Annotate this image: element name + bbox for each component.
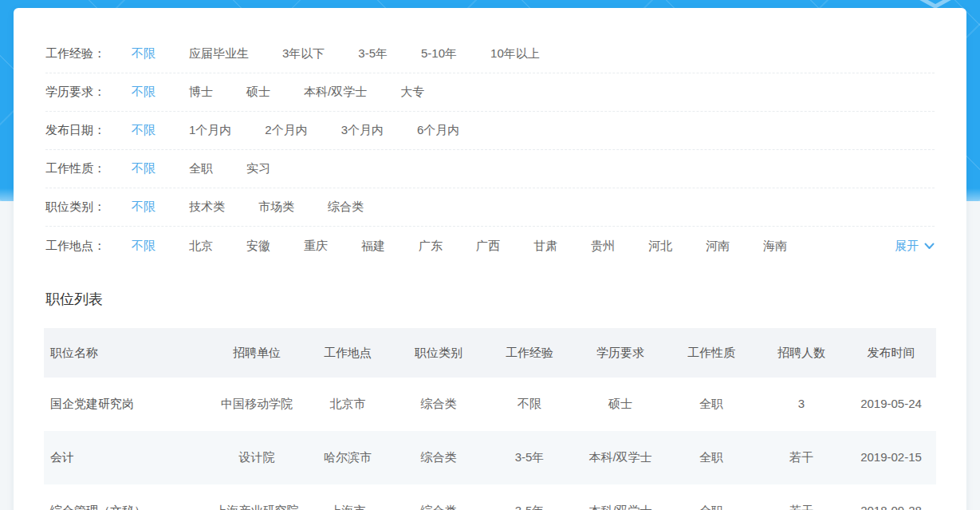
filter-option[interactable]: 3个月内 — [341, 123, 384, 138]
filter-option[interactable]: 综合类 — [328, 200, 364, 215]
cell-category: 综合类 — [393, 484, 484, 510]
cell-education: 硕士 — [575, 378, 666, 431]
expand-link[interactable]: 展开 — [895, 239, 935, 254]
cell-headcount: 若干 — [757, 431, 846, 484]
cell-publish-time: 2018-09-28 — [846, 484, 936, 510]
chevron-down-icon — [924, 243, 935, 250]
filter-option[interactable]: 不限 — [132, 200, 155, 215]
cell-location: 哈尔滨市 — [302, 431, 393, 484]
cell-employer: 中国移动学院 — [211, 378, 302, 431]
filter-options: 不限 博士 硕士 本科/双学士 大专 — [132, 85, 424, 100]
filter-row-education: 学历要求： 不限 博士 硕士 本科/双学士 大专 — [45, 73, 935, 112]
filter-option[interactable]: 技术类 — [189, 200, 225, 215]
filter-option[interactable]: 广东 — [419, 239, 443, 254]
filter-option[interactable]: 不限 — [132, 239, 155, 254]
job-list-title: 职位列表 — [45, 290, 966, 309]
column-header-publish-time: 发布时间 — [846, 328, 936, 378]
column-header-education: 学历要求 — [575, 328, 666, 378]
filter-option[interactable]: 5-10年 — [421, 46, 457, 61]
filter-option[interactable]: 硕士 — [246, 85, 270, 100]
cell-category: 综合类 — [393, 431, 484, 484]
job-table: 职位名称 招聘单位 工作地点 职位类别 工作经验 学历要求 工作性质 招聘人数 … — [44, 328, 936, 510]
filter-option[interactable]: 不限 — [132, 123, 155, 138]
filter-row-job-category: 职位类别： 不限 技术类 市场类 综合类 — [45, 188, 935, 227]
filter-option[interactable]: 3-5年 — [358, 46, 388, 61]
cell-headcount: 3 — [757, 378, 846, 431]
filter-option[interactable]: 贵州 — [591, 239, 615, 254]
filter-option[interactable]: 2个月内 — [265, 123, 307, 138]
filter-options: 不限 应届毕业生 3年以下 3-5年 5-10年 10年以上 — [132, 46, 540, 61]
table-row[interactable]: 综合管理（文秘） 上海产业研究院 上海市 综合类 3-5年 本科/双学士 全职 … — [44, 484, 936, 510]
table-row[interactable]: 会计 设计院 哈尔滨市 综合类 3-5年 本科/双学士 全职 若干 2019-0… — [44, 431, 936, 484]
column-header-location: 工作地点 — [302, 328, 393, 378]
filter-row-work-location: 工作地点： 不限 北京 安徽 重庆 福建 广东 广西 甘肃 贵州 河北 河南 海… — [45, 227, 935, 266]
cell-publish-time: 2019-02-15 — [846, 431, 936, 484]
cell-category: 综合类 — [393, 378, 484, 431]
column-header-headcount: 招聘人数 — [757, 328, 846, 378]
filter-options: 不限 北京 安徽 重庆 福建 广东 广西 甘肃 贵州 河北 河南 海南 — [132, 239, 787, 254]
column-header-experience: 工作经验 — [484, 328, 575, 378]
column-header-nature: 工作性质 — [666, 328, 757, 378]
filter-row-publish-date: 发布日期： 不限 1个月内 2个月内 3个月内 6个月内 — [45, 112, 935, 150]
filter-options: 不限 1个月内 2个月内 3个月内 6个月内 — [132, 123, 459, 138]
table-header-row: 职位名称 招聘单位 工作地点 职位类别 工作经验 学历要求 工作性质 招聘人数 … — [44, 328, 936, 378]
filter-option[interactable]: 重庆 — [304, 239, 328, 254]
filter-label: 工作经验： — [45, 46, 132, 61]
filter-label: 工作地点： — [45, 239, 132, 254]
cell-employer: 设计院 — [211, 431, 302, 484]
cell-headcount: 若干 — [757, 484, 846, 510]
filter-option[interactable]: 河南 — [706, 239, 730, 254]
filter-option[interactable]: 不限 — [132, 161, 155, 176]
filter-option[interactable]: 1个月内 — [189, 123, 231, 138]
filter-option[interactable]: 不限 — [132, 85, 155, 100]
filter-option[interactable]: 实习 — [246, 161, 270, 176]
cell-location: 上海市 — [302, 484, 393, 510]
filter-panel: 工作经验： 不限 应届毕业生 3年以下 3-5年 5-10年 10年以上 学历要… — [14, 8, 966, 266]
cell-nature: 全职 — [666, 484, 757, 510]
cell-education: 本科/双学士 — [575, 431, 666, 484]
cell-education: 本科/双学士 — [575, 484, 666, 510]
filter-option[interactable]: 应届毕业生 — [189, 46, 249, 61]
filter-option[interactable]: 海南 — [763, 239, 787, 254]
filter-option[interactable]: 北京 — [189, 239, 213, 254]
cell-nature: 全职 — [666, 378, 757, 431]
filter-row-work-experience: 工作经验： 不限 应届毕业生 3年以下 3-5年 5-10年 10年以上 — [45, 35, 935, 73]
cell-job-title: 综合管理（文秘） — [44, 484, 211, 510]
column-header-category: 职位类别 — [393, 328, 484, 378]
filter-option[interactable]: 安徽 — [246, 239, 270, 254]
filter-option[interactable]: 10年以上 — [490, 46, 540, 61]
cell-employer: 上海产业研究院 — [211, 484, 302, 510]
filter-label: 学历要求： — [45, 85, 132, 100]
cell-job-title: 国企党建研究岗 — [44, 378, 211, 431]
table-row[interactable]: 国企党建研究岗 中国移动学院 北京市 综合类 不限 硕士 全职 3 2019-0… — [44, 378, 936, 431]
column-header-employer: 招聘单位 — [211, 328, 302, 378]
filter-label: 职位类别： — [45, 200, 132, 215]
filter-option[interactable]: 市场类 — [258, 200, 294, 215]
filter-option[interactable]: 6个月内 — [417, 123, 459, 138]
filter-options: 不限 技术类 市场类 综合类 — [132, 200, 364, 215]
filter-option[interactable]: 本科/双学士 — [304, 85, 367, 100]
filter-option[interactable]: 大专 — [400, 85, 424, 100]
filter-option[interactable]: 3年以下 — [282, 46, 325, 61]
filter-label: 工作性质： — [45, 161, 132, 176]
filter-options: 不限 全职 实习 — [132, 161, 270, 176]
cell-experience: 3-5年 — [484, 431, 575, 484]
filter-option[interactable]: 河北 — [648, 239, 672, 254]
filter-option[interactable]: 全职 — [189, 161, 213, 176]
cell-location: 北京市 — [302, 378, 393, 431]
filter-option[interactable]: 不限 — [132, 46, 155, 61]
filter-option[interactable]: 福建 — [361, 239, 385, 254]
cell-nature: 全职 — [666, 431, 757, 484]
expand-link-label: 展开 — [895, 239, 919, 254]
filter-label: 发布日期： — [45, 123, 132, 138]
filter-option[interactable]: 甘肃 — [533, 239, 557, 254]
content-card: 工作经验： 不限 应届毕业生 3年以下 3-5年 5-10年 10年以上 学历要… — [14, 8, 966, 510]
cell-experience: 3-5年 — [484, 484, 575, 510]
column-header-job-title: 职位名称 — [44, 328, 211, 378]
filter-row-job-nature: 工作性质： 不限 全职 实习 — [45, 150, 935, 188]
cell-job-title: 会计 — [44, 431, 211, 484]
cell-publish-time: 2019-05-24 — [846, 378, 936, 431]
filter-option[interactable]: 博士 — [189, 85, 213, 100]
cell-experience: 不限 — [484, 378, 575, 431]
filter-option[interactable]: 广西 — [476, 239, 500, 254]
